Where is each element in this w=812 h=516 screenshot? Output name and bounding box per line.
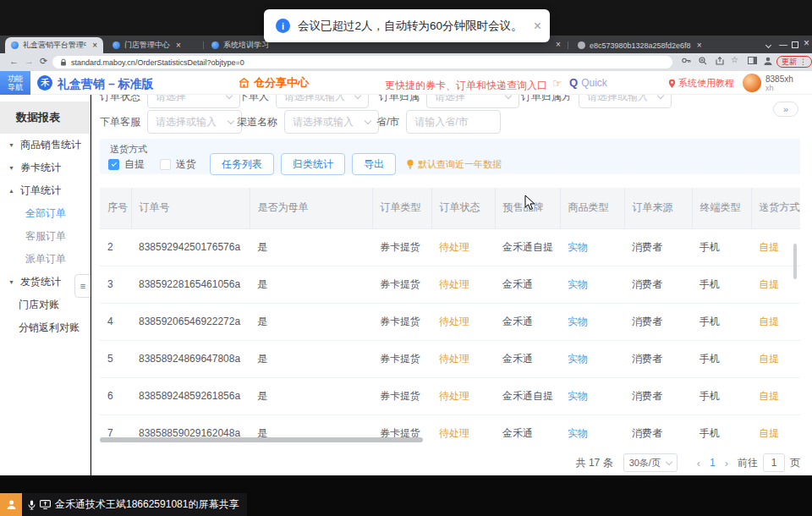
app-header: 功能 导航 禾 礼盒营销 – 标准版 仓分享中心 更快捷的券卡、订单和快递查询入…	[0, 71, 812, 95]
filter-order-status: 订单状态 请选择	[100, 95, 240, 108]
order-owner-select[interactable]: 请选择	[426, 95, 519, 108]
sidebar-item-service-orders[interactable]: 客服订单	[0, 225, 90, 248]
scrollbar-thumb[interactable]	[100, 437, 423, 442]
reload-icon[interactable]: ⟳	[40, 56, 47, 67]
order-owner-party-select[interactable]: 请选择或输入	[579, 95, 672, 108]
warehouse-icon	[238, 77, 250, 89]
next-page-icon[interactable]: ›	[725, 457, 728, 469]
close-tab-icon[interactable]: ×	[92, 41, 97, 50]
page-size-select[interactable]: 30条/页	[623, 453, 678, 472]
share-icon[interactable]	[716, 57, 724, 65]
current-page[interactable]: 1	[710, 457, 716, 469]
service-agent-select[interactable]: 请选择或输入	[147, 110, 242, 134]
page-size-value: 30条/页	[629, 457, 661, 469]
province-city-input[interactable]: 请输入省/市	[406, 110, 501, 134]
table-row[interactable]: 283859294250176576a是券卡提货待处理金禾通自提实物消费者手机自…	[100, 228, 800, 266]
sidebar: 数据报表 ▼ 商品销售统计 ▼ 券卡统计 ▲ 订单统计 全部订单 客服订单 派单…	[0, 95, 91, 475]
zoom-icon[interactable]	[699, 57, 707, 65]
minimize-window-icon[interactable]: —	[779, 39, 787, 50]
vertical-scrollbar[interactable]	[793, 244, 797, 279]
tab-store-admin[interactable]: 门店管理中心 ×	[107, 37, 201, 53]
promo-link[interactable]: 更快捷的券卡、订单和快递查询入口	[385, 79, 547, 93]
table-row[interactable]: 683858924859261856a是券卡提货待处理金禾通自提实物消费者手机自…	[100, 377, 800, 414]
main-content: 订单状态 请选择 下单人 请选择或输入 订单归属 请选择 订单归属方 请选择或输…	[91, 95, 812, 475]
table-row[interactable]: 383859228165461056a是券卡提货待处理金禾通实物消费者手机自提	[100, 266, 800, 303]
globe-favicon	[578, 41, 585, 49]
table-cell: 券卡提货	[372, 266, 431, 303]
bookmark-star-icon[interactable]: ☆	[731, 55, 738, 64]
close-icon[interactable]: ×	[534, 19, 541, 33]
expand-filters-button[interactable]: »	[773, 102, 798, 117]
table-cell: 是	[250, 303, 372, 340]
sidebar-item-rebate-reconcile[interactable]: 分销返利对账	[0, 316, 90, 339]
table-cell: 券卡提货	[372, 303, 431, 340]
table-cell: 消费者	[624, 228, 692, 266]
tab-hash[interactable]: e8c573980b1328a258fd2e6f8 ×	[572, 37, 738, 53]
pickup-checkbox[interactable]	[108, 159, 119, 170]
close-tab-icon[interactable]: ×	[556, 40, 561, 49]
orderer-select[interactable]: 请选择或输入	[276, 95, 369, 108]
kebab-menu-icon: ⋮	[799, 58, 807, 66]
placeholder: 请输入省/市	[414, 115, 468, 129]
table-cell: 手机	[692, 340, 751, 377]
table-cell: 消费者	[624, 340, 692, 377]
sidebar-collapse-handle[interactable]: ≡	[74, 274, 91, 298]
quick-search-link[interactable]: Q Quick	[569, 76, 607, 89]
col-is-parent: 是否为母单	[250, 188, 372, 228]
user-avatar[interactable]	[743, 74, 761, 92]
key-icon[interactable]	[682, 57, 691, 64]
tab-search-icon[interactable]	[766, 39, 771, 50]
forward-icon[interactable]: →	[25, 56, 34, 66]
table-cell: 消费者	[624, 266, 692, 303]
browser-update-button[interactable]: 更新 ⋮	[776, 56, 812, 68]
table-cell: 是	[250, 377, 372, 414]
url-bar[interactable]: standard.maboy.cn/OrderStatisticsDetail?…	[52, 56, 672, 69]
sidebar-item-order-stats[interactable]: ▲ 订单统计	[0, 179, 90, 202]
delivery-checkbox[interactable]	[160, 159, 171, 170]
maximize-window-icon[interactable]	[792, 40, 798, 51]
check-icon	[111, 161, 116, 166]
sidebar-item-label: 派单订单	[25, 252, 66, 266]
meeting-toast: i 会议已超过2人，自动转为60分钟限时会议。 ×	[264, 9, 550, 42]
pointer-hand-icon: ☞	[552, 77, 562, 90]
sidebar-item-product-sales[interactable]: ▼ 商品销售统计	[0, 134, 90, 156]
order-status-select[interactable]: 请选择	[147, 95, 240, 108]
close-tab-icon[interactable]: ×	[697, 41, 702, 50]
tab-gift-admin[interactable]: 礼盒营销平台管理中心 ×	[5, 37, 103, 53]
task-list-button[interactable]: 任务列表	[210, 153, 274, 175]
sidebar-item-label: 发货统计	[20, 275, 61, 289]
chevron-down-icon	[226, 95, 233, 99]
goto-label: 前往	[738, 456, 758, 470]
side-panel-icon[interactable]	[748, 57, 757, 64]
sidebar-item-coupon-stats[interactable]: ▼ 券卡统计	[0, 156, 90, 179]
classify-stats-button[interactable]: 归类统计	[281, 153, 345, 175]
col-order-no: 订单号	[131, 188, 250, 228]
function-nav-toggle[interactable]: 功能 导航	[0, 71, 30, 95]
table-cell: 2	[100, 228, 131, 266]
close-tab-icon[interactable]: ×	[176, 41, 181, 50]
table-cell: 83859294250176576a	[131, 228, 250, 266]
profile-icon[interactable]	[763, 56, 773, 66]
filter-label: 省/市	[376, 115, 399, 129]
menu-lines-icon: ≡	[80, 281, 85, 291]
prev-page-icon[interactable]: ‹	[697, 457, 700, 469]
close-window-icon[interactable]: ×	[804, 38, 809, 49]
filter-service-agent: 下单客服 请选择或输入	[100, 110, 242, 134]
goto-page-input[interactable]: 1	[763, 453, 785, 472]
export-button[interactable]: 导出	[352, 153, 396, 175]
horizontal-scrollbar[interactable]	[100, 437, 800, 442]
sidebar-item-dispatch-orders[interactable]: 派单订单	[0, 248, 90, 271]
url-text: standard.maboy.cn/OrderStatisticsDetail?…	[71, 58, 244, 67]
channel-name-select[interactable]: 请选择或输入	[284, 110, 379, 134]
table-cell: 券卡提货	[372, 228, 431, 266]
tab-title: 礼盒营销平台管理中心	[23, 40, 86, 51]
warehouse-share-center-link[interactable]: 仓分享中心	[238, 75, 309, 91]
site-favicon	[11, 41, 19, 49]
placeholder: 请选择	[435, 95, 465, 104]
sidebar-item-all-orders[interactable]: 全部订单	[0, 202, 90, 225]
tutorial-link[interactable]: 系统使用教程	[668, 77, 734, 90]
back-icon[interactable]: ←	[9, 56, 19, 66]
table-row[interactable]: 583858924869647808a是券卡提货待处理金禾通实物消费者手机自提	[100, 340, 800, 377]
table-row[interactable]: 483859206546922272a是券卡提货待处理金禾通实物消费者手机自提	[100, 303, 800, 340]
table-cell: 83859228165461056a	[131, 266, 250, 303]
